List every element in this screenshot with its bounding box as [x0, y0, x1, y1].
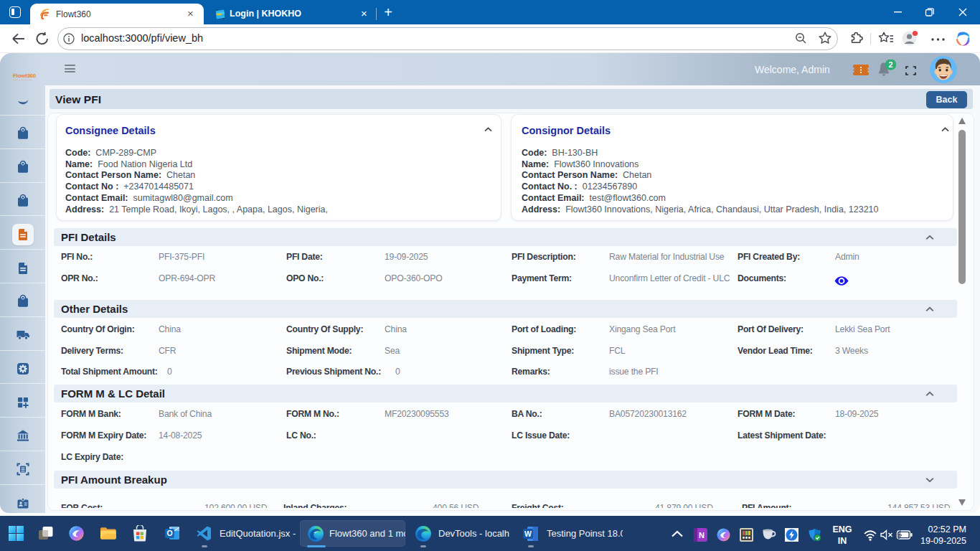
svg-text:N: N — [699, 531, 705, 540]
svg-text:2: 2 — [888, 60, 892, 69]
svg-text:O: O — [166, 529, 172, 537]
svg-text:W: W — [524, 529, 532, 538]
